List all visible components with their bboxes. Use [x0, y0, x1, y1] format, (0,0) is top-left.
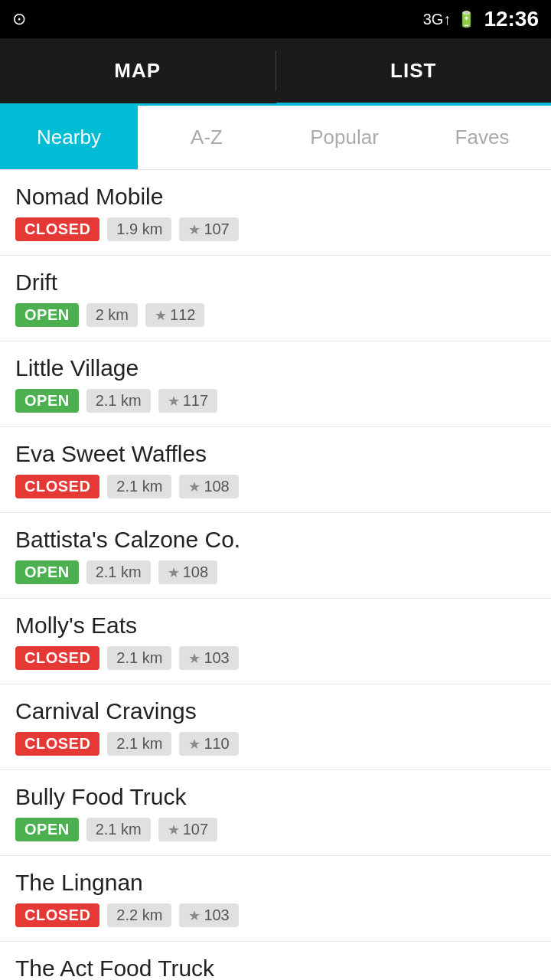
item-name: Bully Food Truck: [15, 784, 536, 810]
star-icon: ★: [188, 907, 201, 924]
star-icon: ★: [188, 221, 201, 238]
status-badge: OPEN: [15, 818, 79, 841]
status-badge: OPEN: [15, 389, 79, 413]
star-icon: ★: [188, 479, 201, 495]
star-icon: ★: [168, 564, 180, 581]
distance-tag: 2.1 km: [107, 475, 171, 498]
filter-tab-popular[interactable]: Popular: [276, 106, 413, 169]
star-icon: ★: [188, 736, 201, 753]
battery-icon: 🔋: [457, 10, 476, 28]
status-badge: CLOSED: [15, 646, 99, 670]
star-icon: ★: [168, 822, 180, 838]
rating-tag: ★107: [158, 818, 217, 841]
status-time: 12:36: [484, 7, 539, 31]
tab-list[interactable]: LIST: [276, 38, 552, 103]
item-meta: OPEN 2.1 km ★108: [15, 560, 536, 584]
status-badge: CLOSED: [15, 475, 99, 498]
distance-tag: 2.1 km: [86, 818, 151, 841]
distance-tag: 2.2 km: [107, 903, 171, 927]
rating-tag: ★108: [179, 475, 238, 498]
status-badge: OPEN: [15, 560, 79, 584]
list-item[interactable]: The Act Food Truck OPEN 2.2 km ★112: [0, 942, 551, 980]
rating-tag: ★112: [145, 303, 204, 327]
star-icon: ★: [168, 393, 180, 410]
item-name: Nomad Mobile: [15, 184, 536, 210]
top-nav: MAP LIST: [0, 38, 551, 106]
restaurant-list: Nomad Mobile CLOSED 1.9 km ★107 Drift OP…: [0, 170, 551, 980]
filter-tab-faves[interactable]: Faves: [413, 106, 551, 169]
list-item[interactable]: Carnival Cravings CLOSED 2.1 km ★110: [0, 684, 551, 770]
rating-tag: ★117: [158, 389, 217, 413]
item-meta: CLOSED 1.9 km ★107: [15, 217, 536, 241]
status-badge: OPEN: [15, 303, 79, 327]
item-meta: CLOSED 2.1 km ★103: [15, 646, 536, 670]
list-item[interactable]: Little Village OPEN 2.1 km ★117: [0, 341, 551, 427]
status-badge: CLOSED: [15, 217, 99, 241]
item-name: The Act Food Truck: [15, 956, 536, 980]
rating-tag: ★103: [179, 646, 238, 670]
item-name: Battista's Calzone Co.: [15, 527, 536, 553]
list-item[interactable]: Drift OPEN 2 km ★112: [0, 256, 551, 341]
distance-tag: 2.1 km: [86, 389, 151, 413]
distance-tag: 1.9 km: [107, 217, 171, 241]
list-item[interactable]: Molly's Eats CLOSED 2.1 km ★103: [0, 599, 551, 684]
star-icon: ★: [188, 650, 201, 667]
item-meta: OPEN 2 km ★112: [15, 303, 536, 327]
item-name: Drift: [15, 270, 536, 296]
status-bar: ⊙ 3G↑ 🔋 12:36: [0, 0, 551, 38]
item-meta: CLOSED 2.1 km ★108: [15, 475, 536, 498]
distance-tag: 2.1 km: [107, 732, 171, 756]
item-name: The Lingnan: [15, 870, 536, 896]
rating-tag: ★110: [179, 732, 238, 756]
rating-tag: ★103: [179, 903, 238, 927]
item-meta: OPEN 2.1 km ★117: [15, 389, 536, 413]
list-item[interactable]: Eva Sweet Waffles CLOSED 2.1 km ★108: [0, 427, 551, 513]
list-item[interactable]: The Lingnan CLOSED 2.2 km ★103: [0, 856, 551, 942]
item-name: Little Village: [15, 355, 536, 381]
filter-tab-az[interactable]: A-Z: [138, 106, 276, 169]
item-meta: OPEN 2.1 km ★107: [15, 818, 536, 841]
star-icon: ★: [155, 307, 167, 324]
list-item[interactable]: Bully Food Truck OPEN 2.1 km ★107: [0, 770, 551, 856]
status-badge: CLOSED: [15, 903, 99, 927]
list-item[interactable]: Nomad Mobile CLOSED 1.9 km ★107: [0, 170, 551, 256]
distance-tag: 2.1 km: [86, 560, 151, 584]
distance-tag: 2.1 km: [107, 646, 171, 670]
item-meta: CLOSED 2.1 km ★110: [15, 732, 536, 756]
filter-tab-nearby[interactable]: Nearby: [0, 106, 138, 169]
status-badge: CLOSED: [15, 732, 99, 756]
rating-tag: ★107: [179, 217, 238, 241]
signal-icon: 3G↑: [423, 11, 452, 28]
list-item[interactable]: Battista's Calzone Co. OPEN 2.1 km ★108: [0, 513, 551, 599]
tab-map[interactable]: MAP: [0, 38, 276, 103]
item-meta: CLOSED 2.2 km ★103: [15, 903, 536, 927]
filter-tabs: Nearby A-Z Popular Faves: [0, 106, 551, 170]
location-icon: ⊙: [12, 9, 26, 29]
item-name: Molly's Eats: [15, 612, 536, 639]
item-name: Carnival Cravings: [15, 698, 536, 724]
rating-tag: ★108: [158, 560, 217, 584]
distance-tag: 2 km: [86, 303, 138, 327]
item-name: Eva Sweet Waffles: [15, 441, 536, 467]
